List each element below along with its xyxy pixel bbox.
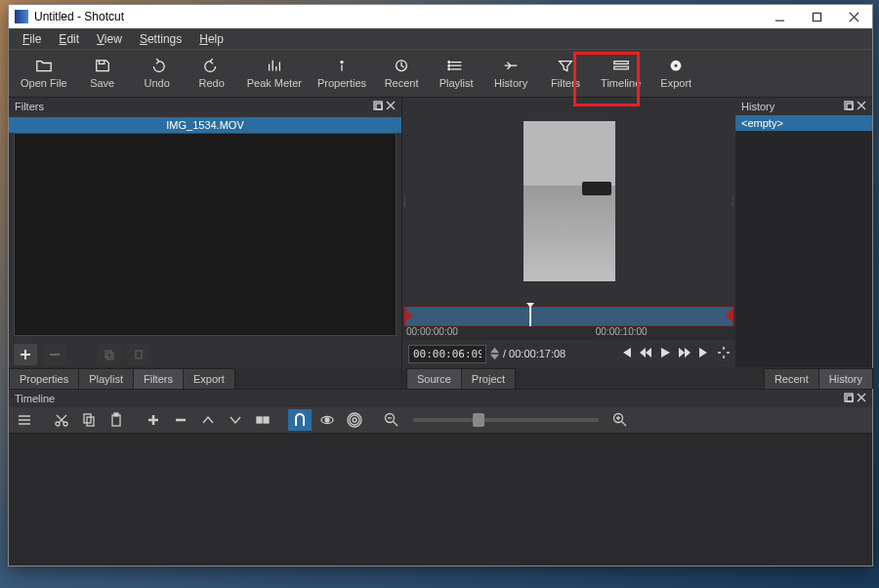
timeline-panel: Timeline [9, 389, 872, 566]
tl-scrub-audio-button[interactable] [315, 409, 339, 431]
tl-lift-button[interactable] [196, 409, 220, 431]
filters-list[interactable] [14, 133, 397, 336]
rewind-button[interactable] [640, 347, 651, 360]
tab-source[interactable]: Source [406, 368, 462, 389]
titlebar[interactable]: Untitled - Shotcut [9, 5, 872, 28]
tab-properties[interactable]: Properties [9, 368, 79, 389]
recent-button[interactable]: Recent [374, 57, 429, 91]
properties-button[interactable]: Properties [310, 57, 374, 91]
tab-export[interactable]: Export [183, 368, 235, 389]
selected-clip-name[interactable]: IMG_1534.MOV [9, 117, 401, 133]
tab-filters[interactable]: Filters [133, 368, 184, 389]
skip-end-button[interactable] [698, 347, 710, 360]
app-window: Untitled - Shotcut File Edit View Settin… [8, 4, 873, 567]
video-preview[interactable] [523, 121, 615, 281]
timeline-toolbar [9, 407, 872, 434]
history-panel-header: History [735, 98, 872, 115]
paste-filter-button[interactable] [127, 344, 150, 365]
folder-open-icon [35, 59, 53, 74]
undo-button[interactable]: Undo [130, 57, 185, 91]
close-panel-icon[interactable] [383, 101, 396, 112]
svg-point-4 [341, 62, 343, 63]
undock-icon[interactable] [370, 101, 383, 112]
svg-rect-21 [845, 394, 853, 401]
tl-zoom-thumb[interactable] [473, 413, 484, 427]
scrub-bar[interactable] [402, 305, 735, 326]
timeline-panel-title: Timeline [15, 393, 55, 404]
filters-button-strip [9, 342, 401, 367]
tl-menu-button[interactable] [13, 409, 36, 431]
redo-icon [203, 59, 221, 74]
menu-bar: File Edit View Settings Help [9, 28, 872, 49]
preview-ruler: 00:00:00:00 00:00:10:00 [402, 326, 735, 340]
svg-point-32 [325, 418, 329, 422]
menu-settings[interactable]: Settings [132, 30, 189, 48]
undock-icon[interactable] [841, 393, 854, 404]
minimize-button[interactable] [761, 5, 798, 28]
menu-view[interactable]: View [89, 30, 130, 48]
tab-history[interactable]: History [818, 368, 873, 389]
scrub-track[interactable] [404, 307, 733, 326]
menu-help[interactable]: Help [191, 30, 231, 48]
tl-zoom-in-button[interactable] [608, 409, 632, 431]
timeline-button[interactable]: Timeline [593, 57, 649, 91]
forward-button[interactable] [679, 347, 691, 360]
skip-start-button[interactable] [620, 347, 632, 360]
right-splitter[interactable] [731, 197, 735, 206]
history-item-0[interactable]: <empty> [735, 115, 872, 131]
transport-bar: / 00:00:17:08 [402, 340, 735, 367]
add-filter-button[interactable] [14, 344, 37, 365]
copy-filter-button[interactable] [98, 344, 121, 365]
timeline-tracks-area[interactable] [9, 434, 872, 566]
export-button[interactable]: Export [649, 57, 703, 91]
playhead[interactable] [529, 306, 531, 327]
tl-remove-button[interactable] [169, 409, 192, 431]
save-button[interactable]: Save [75, 57, 130, 91]
history-icon [502, 59, 520, 74]
close-panel-icon[interactable] [854, 101, 866, 112]
svg-rect-30 [264, 417, 269, 423]
svg-rect-17 [107, 353, 113, 359]
tl-ripple-button[interactable] [343, 409, 366, 431]
menu-file[interactable]: File [15, 30, 49, 48]
current-timecode-input[interactable] [408, 345, 486, 363]
maximize-button[interactable] [798, 5, 835, 28]
tab-project[interactable]: Project [461, 368, 516, 389]
clock-icon [393, 59, 410, 74]
close-panel-icon[interactable] [854, 393, 866, 404]
tl-snap-button[interactable] [288, 409, 312, 431]
close-button[interactable] [835, 5, 872, 28]
filters-button[interactable]: Filters [538, 57, 593, 91]
playlist-button[interactable]: Playlist [429, 57, 483, 91]
remove-filter-button[interactable] [43, 344, 66, 365]
desktop-background: Untitled - Shotcut File Edit View Settin… [0, 0, 879, 588]
window-title: Untitled - Shotcut [34, 10, 761, 23]
filters-panel: Filters IMG_1534.MOV Properties Playlist… [9, 98, 402, 389]
save-icon [94, 59, 111, 74]
menu-edit[interactable]: Edit [51, 30, 87, 48]
svg-rect-19 [845, 102, 853, 109]
svg-rect-20 [847, 104, 853, 109]
undock-icon[interactable] [841, 101, 854, 112]
tab-playlist[interactable]: Playlist [78, 368, 134, 389]
tl-append-button[interactable] [142, 409, 165, 431]
tl-insert-button[interactable] [224, 409, 247, 431]
timecode-spinner[interactable] [490, 347, 499, 360]
play-button[interactable] [659, 347, 671, 360]
main-area: Filters IMG_1534.MOV Properties Playlist… [9, 98, 872, 389]
open-file-button[interactable]: Open File [13, 57, 75, 91]
tl-zoom-out-button[interactable] [380, 409, 403, 431]
tl-copy-button[interactable] [77, 409, 101, 431]
tl-overwrite-button[interactable] [251, 409, 274, 431]
redo-button[interactable]: Redo [185, 57, 239, 91]
tab-recent[interactable]: Recent [764, 368, 819, 389]
tl-zoom-slider[interactable] [413, 418, 599, 422]
preview-panel: 00:00:00:00 00:00:10:00 / 00:00:17:08 [402, 98, 735, 389]
tl-cut-button[interactable] [50, 409, 73, 431]
history-list[interactable] [735, 131, 872, 367]
history-button[interactable]: History [483, 57, 538, 91]
peak-meter-button[interactable]: Peak Meter [239, 57, 310, 91]
svg-rect-15 [376, 104, 382, 109]
zoom-fit-button[interactable] [718, 347, 730, 360]
tl-paste-button[interactable] [105, 409, 128, 431]
